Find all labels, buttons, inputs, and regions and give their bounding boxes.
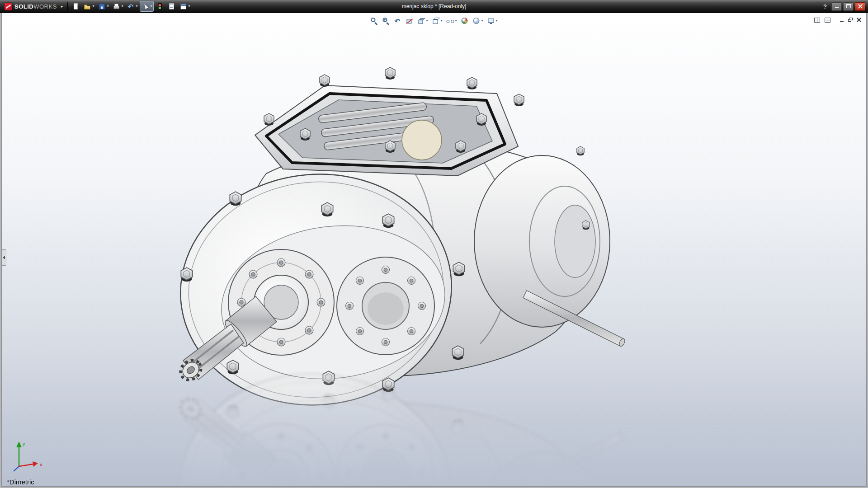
hide-show-items-button[interactable]: ▾ xyxy=(444,15,458,26)
triad-z-axis xyxy=(14,466,19,471)
open-icon xyxy=(84,3,91,10)
menu-expand-arrow-icon[interactable]: ▸ xyxy=(59,4,66,9)
edit-appearance-icon xyxy=(461,17,469,25)
dropdown-arrow-icon[interactable]: ▾ xyxy=(481,19,483,23)
doc-minimize-button[interactable] xyxy=(838,17,845,23)
hide-show-items-icon xyxy=(446,17,454,25)
save-icon xyxy=(98,3,106,10)
solidworks-brand: SOLIDWORKS xyxy=(3,2,59,10)
dropdown-arrow-icon[interactable]: ▾ xyxy=(188,5,190,8)
split-view-left-button[interactable] xyxy=(812,15,822,25)
section-view-icon xyxy=(406,17,413,25)
titlebar: SOLIDWORKS ▸ ▾▾▾▾▾▾ menjac sklop * [Read… xyxy=(0,0,868,13)
new-document-button[interactable] xyxy=(70,1,81,12)
apply-scene-button[interactable]: ▾ xyxy=(471,15,485,26)
zoom-to-area-icon xyxy=(382,17,390,25)
toolbar-separator xyxy=(67,2,68,10)
save-button[interactable]: ▾ xyxy=(96,1,110,12)
rebuild-icon xyxy=(156,3,164,10)
view-settings-button[interactable]: ▾ xyxy=(486,15,500,26)
dropdown-arrow-icon[interactable]: ▾ xyxy=(426,19,428,23)
view-orientation-icon xyxy=(417,17,425,25)
reflection-fade xyxy=(2,389,866,486)
doc-close-icon xyxy=(856,17,862,23)
zoom-to-fit-button[interactable] xyxy=(368,15,380,26)
brand-text: SOLIDWORKS xyxy=(14,2,57,10)
split-view-right-button[interactable] xyxy=(823,15,832,25)
options-icon xyxy=(179,3,187,10)
brand-primary: SOLID xyxy=(14,3,33,10)
triad-x-arrowhead xyxy=(33,461,38,467)
doc-restore-button[interactable] xyxy=(846,17,854,23)
view-orientation-button[interactable]: ▾ xyxy=(415,15,429,26)
options-button[interactable]: ▾ xyxy=(178,1,192,12)
help-button[interactable]: ? xyxy=(820,3,830,10)
previous-view-icon xyxy=(394,17,401,25)
new-document-icon xyxy=(72,3,80,10)
dropdown-arrow-icon[interactable]: ▾ xyxy=(136,5,137,8)
model-canvas[interactable] xyxy=(2,13,866,486)
view-settings-icon xyxy=(487,17,495,25)
triad-y-arrowhead xyxy=(16,441,22,447)
zoom-to-area-button[interactable] xyxy=(380,15,392,26)
titlebar-toolbar: ▾▾▾▾▾▾ xyxy=(70,1,192,12)
synchro-gear[interactable] xyxy=(402,120,442,160)
doc-minimize-icon xyxy=(839,17,844,23)
zoom-to-fit-icon xyxy=(370,17,378,25)
titlebar-right-controls: ? xyxy=(820,2,865,11)
dropdown-arrow-icon[interactable]: ▾ xyxy=(92,5,94,8)
secondary-flange[interactable] xyxy=(337,257,434,355)
undo-icon xyxy=(127,3,135,10)
select-icon xyxy=(142,3,149,10)
triad-y-label: y xyxy=(23,441,25,446)
doc-close-button[interactable] xyxy=(855,17,863,23)
dropdown-arrow-icon[interactable]: ▾ xyxy=(150,5,152,8)
dropdown-arrow-icon[interactable]: ▾ xyxy=(121,5,123,8)
heads-up-toolbar: ▾▾▾▾▾ xyxy=(368,15,499,26)
doc-restore-icon xyxy=(848,17,853,23)
main-window-controls xyxy=(831,2,865,11)
reference-triad: y x xyxy=(7,437,49,479)
solidworks-logo-icon xyxy=(5,3,12,10)
feature-panel-collapse-tab[interactable] xyxy=(2,249,6,266)
edit-appearance-button[interactable] xyxy=(459,15,471,26)
display-style-icon xyxy=(432,17,439,25)
print-button[interactable]: ▾ xyxy=(111,1,125,12)
document-window-controls xyxy=(812,15,863,25)
maximize-button[interactable] xyxy=(843,2,854,11)
brand-secondary: WORKS xyxy=(33,3,57,10)
file-properties-button[interactable] xyxy=(166,1,177,12)
document-title: menjac sklop * [Read-only] xyxy=(402,3,467,9)
triad-x-axis xyxy=(19,464,33,466)
dropdown-arrow-icon[interactable]: ▾ xyxy=(496,19,498,23)
close-button[interactable] xyxy=(855,2,865,11)
print-icon xyxy=(113,3,120,10)
apply-scene-icon xyxy=(473,17,481,25)
split-view-right-icon xyxy=(824,16,831,24)
section-view-button[interactable] xyxy=(404,15,415,26)
split-view-left-icon xyxy=(813,16,821,24)
doc-window-buttons xyxy=(838,17,863,23)
graphics-viewport[interactable]: ▾▾▾▾▾ y x *Dimetric xyxy=(1,13,867,487)
pane-split-controls xyxy=(812,15,832,25)
select-button[interactable]: ▾ xyxy=(140,1,154,12)
minimize-icon xyxy=(834,4,840,9)
maximize-icon xyxy=(846,4,851,9)
top-cover[interactable] xyxy=(255,67,524,176)
dropdown-arrow-icon[interactable]: ▾ xyxy=(455,19,457,23)
dropdown-arrow-icon[interactable]: ▾ xyxy=(107,5,108,8)
chevron-left-icon xyxy=(3,256,5,259)
open-button[interactable]: ▾ xyxy=(82,1,96,12)
minimize-button[interactable] xyxy=(831,2,842,11)
display-style-button[interactable]: ▾ xyxy=(430,15,444,26)
close-icon xyxy=(858,4,863,9)
view-orientation-label: *Dimetric xyxy=(7,478,34,486)
gearbox-model[interactable] xyxy=(171,67,626,416)
previous-view-button[interactable] xyxy=(392,15,403,26)
dropdown-arrow-icon[interactable]: ▾ xyxy=(440,19,442,23)
triad-x-label: x xyxy=(40,462,42,467)
rebuild-button[interactable] xyxy=(154,1,165,12)
undo-button[interactable]: ▾ xyxy=(125,1,139,12)
file-properties-icon xyxy=(168,3,175,10)
